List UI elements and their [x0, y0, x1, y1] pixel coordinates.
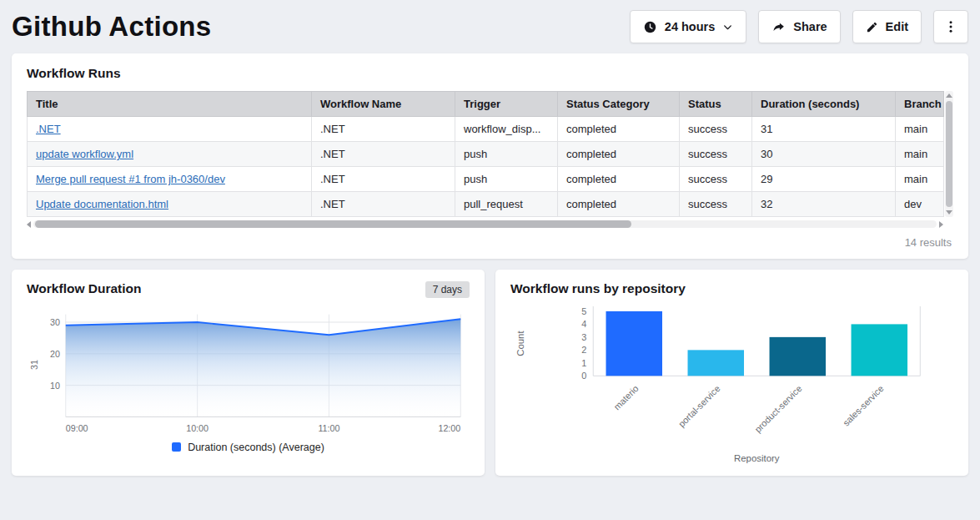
cell-branch: main	[896, 142, 944, 167]
cell-workflow-name: .NET	[312, 167, 455, 192]
category-label: sales-service	[841, 383, 885, 427]
time-range-label: 24 hours	[665, 20, 715, 33]
cell-title: Update documentation.html	[28, 192, 312, 217]
run-title-link[interactable]: update workflow.yml	[36, 148, 133, 160]
time-range-badge: 7 days	[425, 281, 470, 298]
time-range-button[interactable]: 24 hours	[630, 10, 746, 43]
cell-duration: 31	[752, 117, 896, 142]
workflow-duration-title: Workflow Duration	[27, 281, 142, 296]
svg-text:10: 10	[50, 381, 60, 391]
cell-status-category: completed	[558, 142, 680, 167]
table-row: Merge pull request #1 from jh-0360/dev .…	[28, 167, 944, 192]
cell-status-category: completed	[558, 167, 680, 192]
cell-trigger: push	[455, 142, 558, 167]
cell-status-category: completed	[558, 117, 680, 142]
workflow-duration-card: Workflow Duration 7 days 10203009:0010:0…	[12, 270, 485, 476]
more-options-button[interactable]	[933, 10, 968, 43]
category-label: materio	[611, 383, 640, 411]
cell-workflow-name: .NET	[312, 117, 455, 142]
run-title-link[interactable]: Merge pull request #1 from jh-0360/dev	[36, 173, 225, 185]
table-row: update workflow.yml .NET push completed …	[28, 142, 944, 167]
svg-text:3: 3	[581, 332, 586, 342]
header-actions: 24 hours Share Edit	[630, 10, 968, 43]
share-arrow-icon	[771, 20, 786, 34]
legend-label: Duration (seconds) (Average)	[188, 442, 324, 453]
legend-swatch	[172, 442, 181, 452]
runs-by-repository-title: Workflow runs by repository	[510, 281, 953, 296]
svg-text:20: 20	[50, 349, 60, 359]
svg-text:4: 4	[581, 319, 586, 329]
run-title-link[interactable]: .NET	[36, 123, 61, 135]
svg-text:5: 5	[581, 306, 586, 316]
horizontal-scrollbar[interactable]	[27, 220, 943, 229]
column-header-trigger[interactable]: Trigger	[455, 92, 558, 117]
bar-materio[interactable]	[606, 311, 662, 376]
cell-workflow-name: .NET	[312, 142, 455, 167]
svg-text:10:00: 10:00	[186, 423, 209, 433]
scroll-right-arrow[interactable]	[939, 221, 943, 228]
svg-text:31: 31	[29, 360, 39, 370]
cell-branch: main	[896, 117, 944, 142]
table-header-row: Title Workflow Name Trigger Status Categ…	[28, 92, 944, 117]
table-row: .NET .NET workflow_disp... completed suc…	[28, 117, 944, 142]
cell-trigger: push	[455, 167, 558, 192]
bar-product-service[interactable]	[770, 337, 826, 376]
results-count: 14 results	[27, 236, 952, 249]
category-label: portal-service	[676, 383, 722, 429]
svg-text:1: 1	[581, 358, 586, 368]
scroll-up-arrow[interactable]	[946, 93, 952, 98]
cell-branch: main	[896, 167, 944, 192]
cell-duration: 29	[752, 167, 896, 192]
cell-trigger: pull_request	[455, 192, 558, 217]
share-button[interactable]: Share	[758, 10, 840, 43]
table-row: Update documentation.html .NET pull_requ…	[28, 192, 944, 217]
cell-title: .NET	[28, 117, 312, 142]
cell-branch: dev	[896, 192, 944, 217]
svg-text:0: 0	[581, 371, 586, 381]
column-header-status-category[interactable]: Status Category	[558, 92, 680, 117]
cell-trigger: workflow_disp...	[455, 117, 558, 142]
bar-sales-service[interactable]	[852, 324, 907, 376]
svg-text:09:00: 09:00	[66, 423, 88, 433]
svg-text:2: 2	[581, 345, 586, 355]
cell-title: update workflow.yml	[28, 142, 312, 167]
runs-by-repository-card: Workflow runs by repository 012345materi…	[495, 270, 968, 476]
area-chart-svg: 10203009:0010:0011:0012:0031	[27, 303, 470, 440]
vertical-scrollbar[interactable]	[945, 91, 953, 217]
cell-title: Merge pull request #1 from jh-0360/dev	[28, 167, 312, 192]
scroll-down-arrow[interactable]	[946, 210, 952, 215]
chevron-down-icon	[722, 22, 733, 33]
cell-status-category: completed	[558, 192, 680, 217]
header: Github Actions 24 hours Share Edit	[12, 10, 968, 43]
bar-portal-service[interactable]	[688, 350, 744, 376]
edit-label: Edit	[886, 20, 908, 33]
page-title: Github Actions	[12, 11, 211, 43]
column-header-workflow-name[interactable]: Workflow Name	[312, 92, 455, 117]
category-label: product-service	[752, 383, 803, 434]
share-label: Share	[793, 20, 827, 33]
edit-button[interactable]: Edit	[852, 10, 922, 43]
scroll-left-arrow[interactable]	[27, 221, 31, 228]
column-header-title[interactable]: Title	[28, 92, 312, 117]
cell-status: success	[680, 142, 752, 167]
workflow-runs-title: Workflow Runs	[27, 66, 953, 81]
workflow-runs-card: Workflow Runs Title Workflow Name Trigge…	[12, 53, 968, 259]
run-title-link[interactable]: Update documentation.html	[36, 198, 168, 210]
svg-text:Count: Count	[515, 331, 525, 356]
horizontal-scroll-track[interactable]	[33, 220, 937, 228]
svg-text:11:00: 11:00	[318, 423, 339, 433]
duration-area-chart: 10203009:0010:0011:0012:0031	[27, 303, 470, 440]
cell-duration: 32	[752, 192, 896, 217]
cell-status: success	[680, 117, 752, 142]
column-header-duration[interactable]: Duration (seconds)	[752, 92, 896, 117]
cell-status: success	[680, 167, 752, 192]
horizontal-scroll-thumb[interactable]	[35, 220, 631, 228]
chart-legend-item[interactable]: Duration (seconds) (Average)	[27, 442, 470, 453]
workflow-runs-table: Title Workflow Name Trigger Status Categ…	[27, 91, 953, 217]
charts-row: Workflow Duration 7 days 10203009:0010:0…	[12, 270, 968, 476]
column-header-status[interactable]: Status	[680, 92, 752, 117]
svg-text:30: 30	[50, 317, 60, 327]
column-header-branch[interactable]: Branch	[896, 92, 944, 117]
svg-text:Repository: Repository	[734, 453, 780, 463]
vertical-scroll-thumb[interactable]	[946, 101, 952, 207]
